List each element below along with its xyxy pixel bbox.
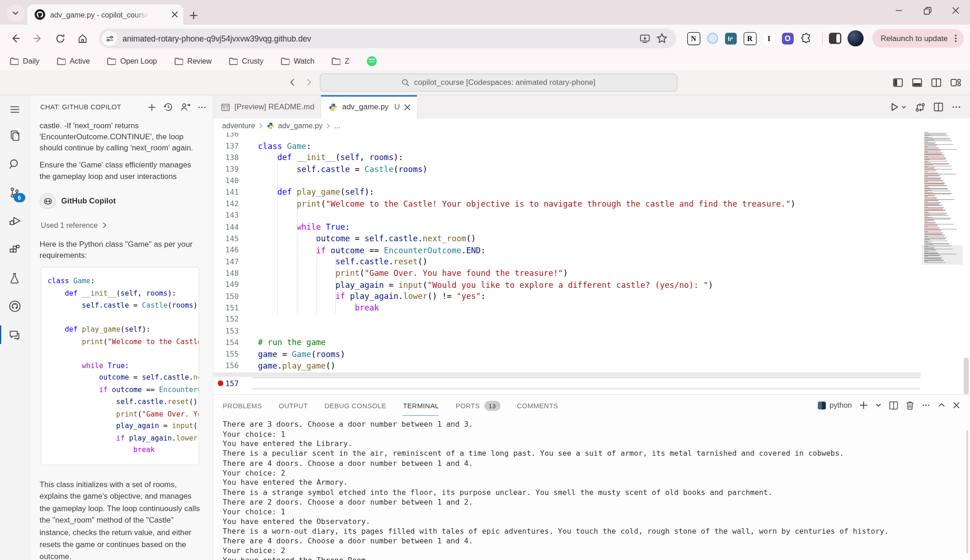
bookmark-folder[interactable]: Z (332, 57, 349, 66)
profile-avatar[interactable] (847, 30, 863, 47)
close-icon[interactable] (941, 0, 970, 21)
maximize-panel-icon[interactable] (938, 401, 945, 409)
toggle-sidebar-icon[interactable] (893, 77, 903, 88)
sidebar-item-run-debug[interactable] (0, 207, 29, 235)
code-line[interactable]: 149 play_again = input("Would you like t… (214, 279, 921, 291)
extension-notion-icon[interactable]: N (687, 32, 700, 45)
code-line[interactable]: 146 if outcome == EncounterOutcome.END: (214, 244, 921, 256)
code-line[interactable]: 145 outcome = self.castle.next_room() (214, 233, 921, 244)
code-line[interactable]: 151 break (214, 302, 921, 314)
extension-halo-icon[interactable] (707, 33, 718, 44)
forward-button[interactable] (29, 29, 47, 48)
bookmark-folder[interactable]: Crusty (229, 57, 263, 66)
code-line[interactable]: 155game = Game(rooms) (214, 348, 921, 360)
used-references[interactable]: Used 1 reference (41, 220, 201, 231)
code-line[interactable]: 138 def __init__(self, rooms): (214, 152, 921, 163)
code-line[interactable]: 154# run the game (214, 337, 921, 348)
browser-tab[interactable]: adv_game.py - copilot_course [C (27, 4, 183, 24)
breadcrumb-file[interactable]: adv_game.py (278, 121, 323, 130)
chat-more-actions-icon[interactable] (197, 102, 207, 112)
open-changes-icon[interactable] (915, 102, 926, 113)
minimap-slider[interactable] (922, 245, 963, 265)
chat-code-block[interactable]: class Game: def __init__(self, rooms): s… (41, 267, 199, 465)
extension-teal-icon[interactable] (725, 32, 736, 44)
tab-close-icon[interactable] (172, 11, 179, 18)
sidebar-item-github[interactable] (0, 292, 29, 321)
tab-close-icon[interactable] (404, 104, 411, 111)
new-chat-icon[interactable] (147, 102, 156, 112)
code-line[interactable]: 148 print("Game Over. You have found the… (214, 268, 921, 279)
split-screen-icon[interactable] (829, 33, 841, 44)
reload-button[interactable] (51, 29, 69, 48)
breadcrumb-folder[interactable]: adventure (222, 121, 255, 130)
terminal-instance[interactable]: python (818, 401, 852, 410)
code-editor[interactable]: 136137class Game:138 def __init__(self, … (214, 132, 970, 394)
editor-scrollbar[interactable] (964, 357, 969, 394)
sidebar-item-extensions[interactable] (0, 235, 29, 264)
command-center[interactable]: copilot_course [Codespaces: animated rot… (320, 73, 677, 91)
code-line[interactable]: 141 def play_game(self): (214, 186, 921, 198)
panel-tab-terminal[interactable]: TERMINAL (403, 395, 439, 416)
site-settings-icon[interactable] (102, 31, 117, 46)
tab-readme-preview[interactable]: [Preview] README.md (214, 95, 321, 119)
panel-tab-ports[interactable]: PORTS13 (456, 395, 500, 416)
split-editor-icon[interactable] (934, 102, 943, 112)
extensions-puzzle-icon[interactable] (800, 32, 812, 44)
home-button[interactable] (73, 29, 91, 48)
history-back-icon[interactable] (288, 77, 298, 87)
panel-tab-output[interactable]: OUTPUT (279, 395, 308, 416)
tab-search-button[interactable] (6, 4, 24, 22)
bookmark-star-icon[interactable] (656, 33, 667, 44)
close-panel-icon[interactable] (952, 401, 960, 409)
sidebar-item-testing[interactable] (0, 263, 29, 292)
back-button[interactable] (6, 29, 24, 48)
terminal-dropdown-icon[interactable] (875, 402, 881, 408)
code-line[interactable]: 156game.play_game() (214, 360, 921, 371)
toggle-panel-icon[interactable] (912, 77, 922, 88)
minimap[interactable] (924, 132, 960, 394)
sidebar-item-source-control[interactable]: 6 (0, 178, 29, 207)
sidebar-item-explorer[interactable] (0, 121, 29, 150)
address-bar[interactable]: animated-rotary-phone-q9vj54jvxvw39vqg.g… (99, 29, 676, 48)
more-actions-icon[interactable] (952, 102, 961, 112)
history-forward-icon[interactable] (304, 77, 314, 87)
code-line[interactable]: 139 self.castle = Castle(rooms) (214, 163, 921, 175)
bookmark-folder[interactable]: Daily (10, 57, 39, 66)
new-tab-button[interactable] (189, 11, 198, 20)
new-terminal-icon[interactable] (859, 401, 868, 410)
kill-terminal-icon[interactable] (906, 400, 915, 410)
panel-tab-comments[interactable]: COMMENTS (517, 395, 558, 416)
bookmark-folder[interactable]: Open Loop (107, 57, 157, 66)
split-terminal-icon[interactable] (889, 400, 898, 410)
tab-adv-game-py[interactable]: adv_game.py U (321, 95, 417, 119)
bookmark-folder[interactable]: Watch (281, 57, 315, 66)
browser-menu-icon[interactable] (952, 34, 960, 43)
breakpoint-icon[interactable] (218, 381, 223, 386)
bookmark-folder[interactable]: Review (174, 57, 212, 66)
sidebar-item-search[interactable] (0, 150, 29, 179)
code-line[interactable]: 147 self.castle.reset() (214, 256, 921, 268)
code-line[interactable]: 136 (214, 132, 921, 140)
code-line[interactable]: 150 if play_again.lower() != "yes": (214, 291, 921, 302)
menu-button[interactable] (0, 98, 29, 121)
terminal-output[interactable]: There are 3 doors. Choose a door number … (214, 416, 970, 560)
restore-icon[interactable] (913, 0, 942, 21)
terminal-scrollbar[interactable] (966, 430, 968, 554)
customize-layout-icon[interactable] (950, 77, 961, 88)
code-line[interactable]: 152 (214, 314, 921, 325)
run-python-file-button[interactable] (890, 102, 907, 112)
panel-tab-debug-console[interactable]: DEBUG CONSOLE (325, 395, 387, 416)
bookmark-folder[interactable]: Active (57, 57, 90, 66)
code-line[interactable]: 137class Game: (214, 140, 921, 152)
install-app-icon[interactable] (639, 33, 650, 44)
code-line[interactable]: 153 (214, 325, 921, 337)
panel-more-icon[interactable] (922, 401, 930, 410)
extension-i-icon[interactable]: I (763, 32, 774, 44)
sidebar-item-chat[interactable] (0, 321, 29, 349)
spotify-favicon[interactable] (367, 56, 376, 66)
breadcrumb-symbol[interactable]: ... (334, 121, 340, 130)
code-line[interactable]: 157 (214, 378, 921, 389)
extension-r-icon[interactable]: R (744, 32, 756, 45)
code-line[interactable]: 144 while True: (214, 221, 921, 232)
chat-history-icon[interactable] (163, 102, 173, 112)
